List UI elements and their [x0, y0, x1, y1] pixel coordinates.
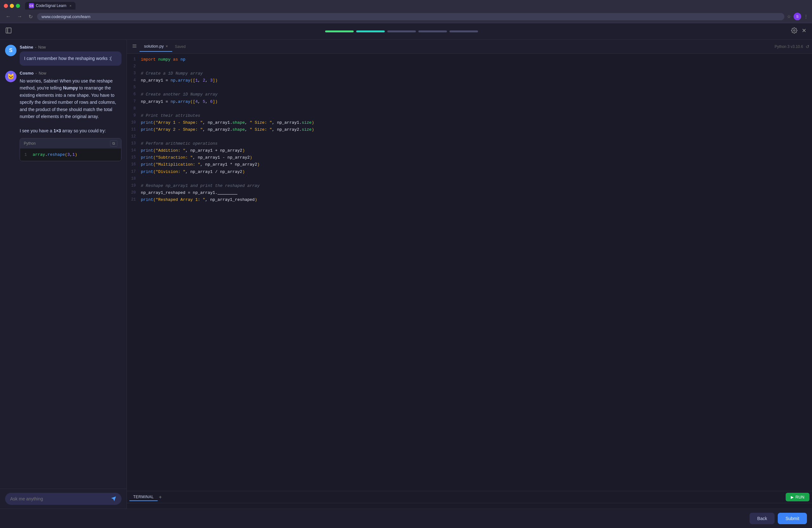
code-line-14: 14 print("Addition: ", np_array1 + np_ar… [127, 147, 812, 154]
message-time: Now [38, 45, 46, 49]
code-line-17: 17 print("Division: ", np_array1 / np_ar… [127, 169, 812, 175]
back-nav-button[interactable]: ← [4, 13, 13, 20]
tab-filename: solution.py [144, 44, 164, 48]
bottom-bar: Back Submit [0, 509, 812, 528]
browser-addressbar: ← → ↻ ☆ S ⋮ [0, 11, 812, 23]
cosmo-avatar-image: 🐱 [5, 71, 16, 82]
app-container: S Sabine • Now I can't remember how the … [0, 23, 812, 528]
message-time: Now [39, 71, 46, 75]
code-line-11: 11 print("Array 2 - Shape: ", np_array2.… [127, 126, 812, 133]
chat-input-area [0, 489, 127, 509]
bookmark-icon[interactable]: ☆ [787, 14, 791, 19]
tab-close-button[interactable]: × [165, 44, 168, 48]
browser-titlebar: CS CodeSignal Learn × [0, 0, 812, 11]
traffic-lights [4, 4, 20, 8]
terminal-tabs: TERMINAL + ▶ RUN [127, 491, 812, 503]
tab-close-button[interactable]: × [70, 4, 71, 8]
code-line-4: 4 np_array1 = np.array([1, 2, 3]) [127, 77, 812, 84]
message-row: S Sabine • Now I can't remember how the … [5, 45, 121, 66]
toolbar-right [791, 27, 807, 35]
back-button[interactable]: Back [750, 513, 774, 524]
progress-bar-1 [325, 30, 354, 32]
tab-title: CodeSignal Learn [36, 3, 66, 8]
editor-menu-button[interactable] [129, 42, 140, 51]
editor-tab-solution[interactable]: solution.py × [140, 41, 172, 52]
code-line-1: 1 import numpy as np [127, 56, 812, 63]
message-content: Cosmo • Now No worries, Sabine! When you… [20, 71, 121, 161]
code-block-header: Python ⧉ [20, 138, 121, 148]
submit-button[interactable]: Submit [778, 513, 807, 524]
more-options-icon[interactable]: ⋮ [804, 14, 808, 19]
code-block: Python ⧉ 1 array.reshape(3,1) [20, 138, 121, 161]
bold-text: Numpy [63, 85, 78, 90]
bold-text: 1×3 [54, 128, 61, 133]
minimize-traffic-light[interactable] [10, 4, 14, 8]
forward-nav-button[interactable]: → [15, 13, 24, 20]
code-line-9: 9 # Print their attributes [127, 112, 812, 119]
progress-bar-3 [387, 30, 416, 32]
chat-messages: S Sabine • Now I can't remember how the … [0, 40, 127, 489]
avatar: S [5, 45, 16, 56]
message-author: Cosmo [20, 71, 34, 75]
message-content: Sabine • Now I can't remember how the re… [20, 45, 121, 66]
settings-icon[interactable] [791, 27, 797, 35]
user-avatar[interactable]: S [794, 13, 801, 20]
main-content: S Sabine • Now I can't remember how the … [0, 40, 812, 509]
message-header: Cosmo • Now [20, 71, 121, 75]
message-text: No worries, Sabine! When you use the res… [20, 77, 121, 134]
svg-point-5 [794, 30, 795, 31]
browser-tab[interactable]: CS CodeSignal Learn × [25, 2, 75, 10]
code-line-8: 8 [127, 105, 812, 112]
code-line-21: 21 print("Reshaped Array 1: ", np_array1… [127, 196, 812, 203]
progress-bars [12, 30, 791, 32]
add-terminal-button[interactable]: + [159, 494, 162, 500]
tab-favicon: CS [29, 3, 34, 8]
chat-input[interactable] [10, 496, 108, 501]
notebook-icon[interactable] [5, 27, 12, 35]
terminal-tab[interactable]: TERMINAL [129, 494, 158, 501]
message-author: Sabine [20, 45, 33, 49]
close-icon[interactable] [801, 28, 807, 35]
close-traffic-light[interactable] [4, 4, 8, 8]
editor-body[interactable]: 1 import numpy as np 2 3 # Create a 1D N… [127, 54, 812, 491]
toolbar-left [5, 27, 12, 35]
editor-right-info: Python 3 v3.10.6 ↺ [774, 44, 810, 49]
browser-chrome: CS CodeSignal Learn × ← → ↻ ☆ S ⋮ [0, 0, 812, 23]
app-toolbar [0, 23, 812, 40]
message-row: 🐱 Cosmo • Now No worries, Sabine! When y… [5, 71, 121, 161]
code-line: 1 array.reshape(3,1) [25, 152, 117, 157]
code-line-7: 7 np_array1 = np.array([4, 5, 6]) [127, 98, 812, 105]
address-bar-input[interactable] [37, 13, 784, 20]
code-line-5: 5 [127, 84, 812, 91]
copy-code-button[interactable]: ⧉ [110, 140, 117, 147]
run-label: RUN [796, 495, 804, 499]
editor-panel: solution.py × Saved Python 3 v3.10.6 ↺ 1… [127, 40, 812, 509]
send-message-button[interactable] [111, 496, 116, 502]
progress-bar-4 [418, 30, 447, 32]
python-version-label: Python 3 v3.10.6 [774, 44, 803, 49]
code-block-body: 1 array.reshape(3,1) [20, 148, 121, 161]
browser-actions: ☆ S ⋮ [787, 13, 808, 20]
chat-panel: S Sabine • Now I can't remember how the … [0, 40, 127, 509]
chat-input-box [5, 493, 121, 505]
code-line-10: 10 print("Array 1 - Shape: ", np_array1.… [127, 119, 812, 126]
maximize-traffic-light[interactable] [16, 4, 20, 8]
code-line-18: 18 [127, 175, 812, 183]
code-language-label: Python [24, 141, 35, 146]
avatar: 🐱 [5, 71, 16, 82]
code-line-2: 2 [127, 63, 812, 70]
code-line-19: 19 # Reshape np_array1 and print the res… [127, 183, 812, 189]
code-line-20: 20 np_array1_reshaped = np_array1.______… [127, 189, 812, 196]
code-line-12: 12 [127, 133, 812, 140]
run-button[interactable]: ▶ RUN [786, 493, 810, 501]
editor-tabs: solution.py × Saved Python 3 v3.10.6 ↺ [127, 40, 812, 54]
code-line-3: 3 # Create a 1D Numpy array [127, 70, 812, 77]
message-bubble: I can't remember how the reshaping works… [20, 52, 121, 66]
editor-refresh-button[interactable]: ↺ [806, 44, 810, 49]
refresh-nav-button[interactable]: ↻ [27, 13, 34, 20]
browser-tabs: CS CodeSignal Learn × [25, 2, 808, 10]
progress-bar-2 [356, 30, 385, 32]
code-line-15: 15 print("Subtraction: ", np_array1 - np… [127, 154, 812, 161]
code-line-13: 13 # Perform arithmetic operations [127, 140, 812, 147]
message-header: Sabine • Now [20, 45, 121, 49]
